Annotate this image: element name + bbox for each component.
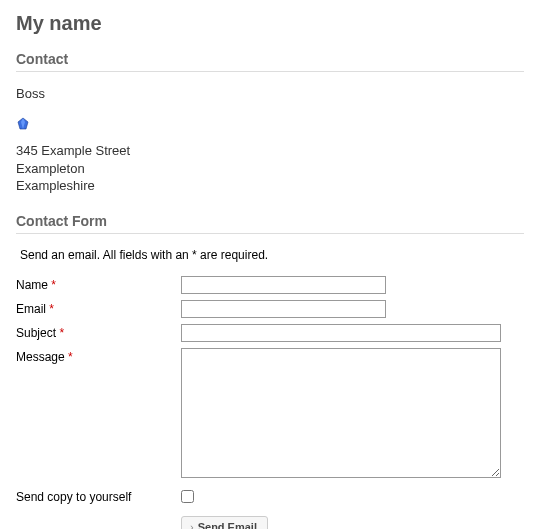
required-marker: * [68, 350, 73, 364]
contact-position: Boss [16, 86, 524, 101]
subject-input[interactable] [181, 324, 501, 342]
copy-label: Send copy to yourself [16, 488, 181, 504]
required-marker: * [59, 326, 64, 340]
email-input[interactable] [181, 300, 386, 318]
required-marker: * [51, 278, 56, 292]
name-input[interactable] [181, 276, 386, 294]
divider [16, 233, 524, 234]
contact-heading: Contact [16, 51, 524, 67]
send-copy-checkbox[interactable] [181, 490, 194, 503]
address-street: 345 Example Street [16, 142, 524, 160]
required-marker: * [49, 302, 54, 316]
address-city: Exampleton [16, 160, 524, 178]
subject-label: Subject * [16, 324, 181, 340]
message-label: Message * [16, 348, 181, 364]
message-textarea[interactable] [181, 348, 501, 478]
contact-address: 345 Example Street Exampleton Exampleshi… [16, 142, 524, 195]
send-email-button[interactable]: Send Email [181, 516, 268, 529]
divider [16, 71, 524, 72]
form-instructions: Send an email. All fields with an * are … [20, 248, 524, 262]
page-title: My name [16, 12, 524, 35]
address-region: Exampleshire [16, 177, 524, 195]
form-heading: Contact Form [16, 213, 524, 229]
email-label: Email * [16, 300, 181, 316]
name-label: Name * [16, 276, 181, 292]
gem-icon [16, 117, 30, 131]
